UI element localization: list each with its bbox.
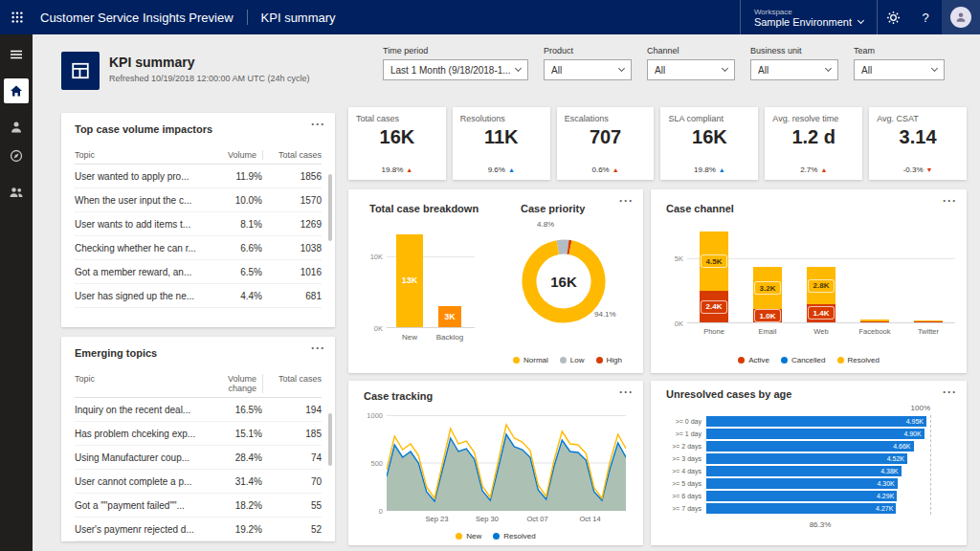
table-row[interactable]: Has problem chceking exp...15.1%185 xyxy=(75,422,322,446)
hbar-bar[interactable]: 4.38K xyxy=(706,466,902,476)
table-row[interactable]: Checking whether he can r...6.6%1038 xyxy=(75,236,322,260)
filter-dropdown-channel[interactable]: All xyxy=(647,59,735,80)
table-row[interactable]: User's paymenr rejected d...19.2%52 xyxy=(75,518,322,541)
hbar-row-2-days[interactable]: >= 2 days4.66K xyxy=(664,440,953,452)
y-tick-label: 1000 xyxy=(354,411,383,420)
legend-item-normal[interactable]: Normal xyxy=(513,356,548,364)
legend-item-cancelled[interactable]: Cancelled xyxy=(781,356,826,364)
hbar-row-1-day[interactable]: >= 1 day4.90K xyxy=(664,428,953,440)
table-row[interactable]: User cannot complete a p...31.4%70 xyxy=(75,470,322,494)
hbar-bar[interactable]: 4.52K xyxy=(706,453,907,464)
cell-metric: 4.4% xyxy=(207,291,262,301)
kpi-label: Escalations xyxy=(565,114,647,123)
table-row[interactable]: Got a ""payment failed""...18.2%55 xyxy=(75,494,322,518)
hbar-bar[interactable]: 4.95K xyxy=(706,416,926,427)
left-nav-rail xyxy=(0,34,33,551)
hbar-bar[interactable]: 4.30K xyxy=(706,478,898,489)
legend-text: Normal xyxy=(523,356,548,364)
table-row[interactable]: Inquiry on the recent deal...16.5%194 xyxy=(75,398,322,422)
legend-item-resolved[interactable]: Resolved xyxy=(837,356,880,364)
user-avatar[interactable] xyxy=(942,0,980,34)
col-volume-change[interactable]: Volume change xyxy=(201,374,256,393)
more-options-icon[interactable]: ··· xyxy=(311,342,325,355)
kpi-card-sla-compliant[interactable]: SLA compliant16K19.8%▲ xyxy=(660,107,758,180)
more-options-icon[interactable]: ··· xyxy=(619,386,634,399)
hbar-category-label: >= 6 days xyxy=(664,493,706,499)
col-topic[interactable]: Topic xyxy=(75,150,201,160)
bar-backlog[interactable]: 3K xyxy=(438,306,461,328)
x-axis-label: Oct 14 xyxy=(574,515,607,523)
topbar-divider xyxy=(247,10,248,25)
scrollbar[interactable] xyxy=(328,413,332,466)
hbar-row-6-days[interactable]: >= 6 days4.29K xyxy=(664,490,953,502)
settings-gear-icon[interactable] xyxy=(877,0,909,34)
legend-item-new[interactable]: New xyxy=(456,532,481,540)
hbar-bar[interactable]: 4.27K xyxy=(706,503,896,514)
kpi-card-total-cases[interactable]: Total cases16K19.8%▲ xyxy=(348,107,446,180)
col-total-cases[interactable]: Total cases xyxy=(262,150,322,160)
hbar-row-4-days[interactable]: >= 4 days4.38K xyxy=(664,465,953,477)
card-title: Top case volume impactors xyxy=(75,123,212,135)
col-volume[interactable]: Volume xyxy=(201,150,256,160)
hbar-category-label: >= 4 days xyxy=(664,468,706,474)
chart-title: Total case breakdown xyxy=(369,203,479,214)
hbar-row-3-days[interactable]: >= 3 days4.52K xyxy=(664,452,953,465)
avatar-circle xyxy=(950,7,971,28)
kpi-card-avg-resolve-time[interactable]: Avg. resolve time1.2 d2.7%▲ xyxy=(765,107,862,180)
cell-topic: Got a member reward, an... xyxy=(75,267,207,277)
table-row[interactable]: Got a member reward, an...6.5%1016 xyxy=(75,260,322,284)
sidebar-item-agents[interactable] xyxy=(0,178,33,207)
filter-dropdown-business-unit[interactable]: All xyxy=(750,59,838,80)
app-launcher-icon[interactable] xyxy=(0,0,34,34)
table-row[interactable]: User has signed up the ne...4.4%681 xyxy=(75,284,322,308)
kpi-label: Total cases xyxy=(356,114,438,123)
legend-text: Resolved xyxy=(503,532,535,540)
kpi-card-avg-csat[interactable]: Avg. CSAT3.14-0.3%▼ xyxy=(869,107,967,180)
hbar-bar[interactable]: 4.66K xyxy=(706,441,914,452)
more-options-icon[interactable]: ··· xyxy=(943,386,957,399)
more-options-icon[interactable]: ··· xyxy=(619,194,634,208)
hbar-row-5-days[interactable]: >= 5 days4.30K xyxy=(664,477,953,490)
workspace-selector[interactable]: Workspace Sample Environment xyxy=(740,0,877,34)
bar-new[interactable]: 13K xyxy=(396,234,423,328)
table-row[interactable]: User wants to add items t...8.1%1269 xyxy=(75,212,322,236)
nav-menu-toggle[interactable] xyxy=(0,40,33,69)
filter-dropdown-team[interactable]: All xyxy=(854,59,945,80)
filter-dropdown-product[interactable]: All xyxy=(544,59,632,80)
hbar-track: 4.52K xyxy=(706,453,953,464)
sidebar-item-customers[interactable] xyxy=(0,113,33,142)
hbar-category-label: >= 3 days xyxy=(664,455,706,462)
filter-dropdown-time-period[interactable]: Last 1 Month (9/18/2018-1... xyxy=(383,59,528,80)
hbar-bar[interactable]: 4.90K xyxy=(706,429,924,439)
top-app-bar: Customer Service Insights Preview KPI su… xyxy=(0,0,980,34)
help-icon[interactable]: ? xyxy=(909,0,942,34)
legend-item-low[interactable]: Low xyxy=(560,356,585,364)
legend-item-active[interactable]: Active xyxy=(738,356,769,364)
cell-total: 52 xyxy=(262,524,322,535)
legend-item-resolved[interactable]: Resolved xyxy=(493,532,535,540)
col-topic[interactable]: Topic xyxy=(75,374,201,393)
legend-item-high[interactable]: High xyxy=(596,356,622,364)
table-row[interactable]: When the user input the c...10.0%1570 xyxy=(75,188,322,212)
cell-total: 185 xyxy=(262,429,322,439)
unresolved-cases-by-age-card: Unresolved cases by age ··· 100% >= 0 da… xyxy=(651,381,967,545)
kpi-card-resolutions[interactable]: Resolutions11K9.6%▲ xyxy=(453,107,550,180)
sidebar-item-home[interactable] xyxy=(0,77,33,105)
cell-topic: Has problem chceking exp... xyxy=(75,429,207,439)
col-total-cases[interactable]: Total cases xyxy=(262,374,322,393)
more-options-icon[interactable]: ··· xyxy=(943,194,957,208)
hbar-bar[interactable]: 4.29K xyxy=(706,491,897,501)
x-axis-label: New xyxy=(389,333,431,342)
table-row[interactable]: User wanted to apply pro...11.9%1856 xyxy=(75,165,322,188)
scrollbar[interactable] xyxy=(328,174,332,241)
hbar-row-7-days[interactable]: >= 7 days4.27K xyxy=(664,502,953,515)
cell-total: 194 xyxy=(262,405,322,415)
filter-product: ProductAll xyxy=(544,46,632,80)
kpi-card-escalations[interactable]: Escalations7070.6%▲ xyxy=(557,107,655,180)
hbar-row-0-day[interactable]: >= 0 day4.95K xyxy=(664,415,953,428)
bar-segment-resolved-facebook[interactable] xyxy=(860,320,889,321)
more-options-icon[interactable]: ··· xyxy=(311,118,325,131)
sidebar-item-explore[interactable] xyxy=(0,142,33,170)
bar-segment-resolved-twitter[interactable] xyxy=(914,320,943,322)
table-row[interactable]: Using Manufacturer coup...28.4%74 xyxy=(75,446,322,470)
